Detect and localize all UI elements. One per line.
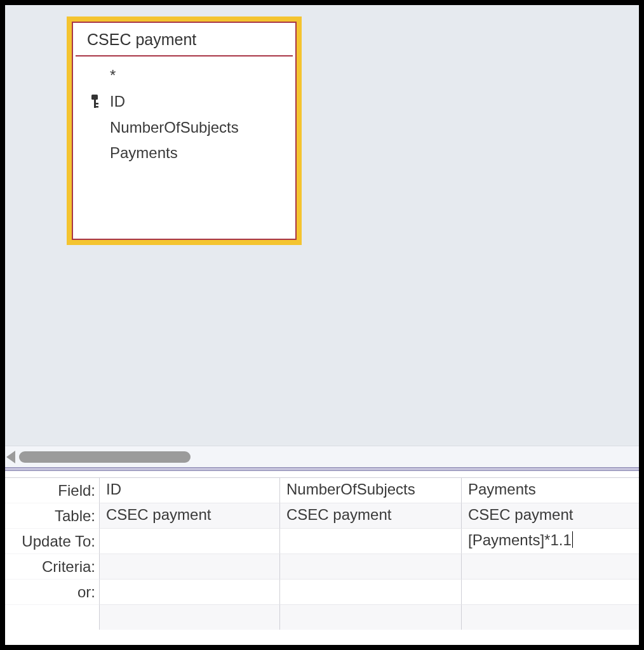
grid-column-1: NumberOfSubjects CSEC payment: [279, 471, 461, 645]
grid-column-0: ID CSEC payment: [99, 471, 279, 645]
cell-table[interactable]: CSEC payment: [461, 503, 639, 528]
cell-update-to[interactable]: [Payments]*1.1: [461, 528, 639, 554]
svg-rect-3: [96, 106, 98, 108]
cell-or[interactable]: [461, 579, 639, 604]
cell-field[interactable]: ID: [99, 477, 279, 503]
cell-update-to[interactable]: [279, 528, 461, 554]
row-header-or: or:: [5, 579, 99, 604]
primary-key-icon: [90, 94, 101, 109]
cell-or[interactable]: [279, 579, 461, 604]
scroll-thumb[interactable]: [19, 451, 191, 463]
cell-blank[interactable]: [279, 604, 461, 630]
cell-blank[interactable]: [461, 604, 639, 630]
field-numberofsubjects[interactable]: NumberOfSubjects: [90, 115, 285, 141]
cell-criteria[interactable]: [279, 554, 461, 579]
design-surface[interactable]: CSEC payment * ID: [5, 5, 639, 467]
grid-row-headers: Field: Table: Update To: Criteria: or:: [5, 471, 99, 645]
scroll-left-icon[interactable]: [6, 451, 15, 463]
cell-criteria[interactable]: [461, 554, 639, 579]
table-object-csec-payment[interactable]: CSEC payment * ID: [67, 17, 302, 245]
cell-criteria[interactable]: [99, 554, 279, 579]
field-label: ID: [110, 89, 125, 115]
row-header-criteria: Criteria:: [5, 554, 99, 579]
cell-field[interactable]: NumberOfSubjects: [279, 477, 461, 503]
field-list: * ID NumberOfSubjects: [72, 56, 297, 166]
row-header-field: Field:: [5, 477, 99, 503]
cell-or[interactable]: [99, 579, 279, 604]
cell-update-to[interactable]: [99, 528, 279, 554]
cell-text: [Payments]*1.1: [468, 531, 572, 548]
field-star[interactable]: *: [90, 63, 285, 89]
cell-table[interactable]: CSEC payment: [279, 503, 461, 528]
cell-blank[interactable]: [99, 604, 279, 630]
cell-table[interactable]: CSEC payment: [99, 503, 279, 528]
field-label: *: [110, 63, 116, 89]
svg-rect-0: [91, 95, 98, 100]
grid-columns: ID CSEC payment NumberOfSubjects CSEC pa…: [99, 471, 639, 645]
text-caret-icon: [572, 531, 574, 548]
table-title: CSEC payment: [76, 22, 293, 56]
field-id[interactable]: ID: [90, 89, 285, 115]
row-header-update-to: Update To:: [5, 528, 99, 554]
row-header-table: Table:: [5, 503, 99, 528]
svg-rect-1: [94, 100, 96, 108]
grid-column-2: Payments CSEC payment [Payments]*1.1: [461, 471, 639, 645]
field-label: NumberOfSubjects: [110, 115, 239, 141]
field-label: Payments: [110, 140, 178, 166]
row-header-blank: [5, 604, 99, 630]
query-design-view: CSEC payment * ID: [0, 0, 644, 650]
svg-rect-2: [96, 103, 98, 105]
cell-field[interactable]: Payments: [461, 477, 639, 503]
qbe-grid: Field: Table: Update To: Criteria: or: I…: [5, 471, 639, 645]
field-payments[interactable]: Payments: [90, 140, 285, 166]
horizontal-scrollbar[interactable]: [5, 446, 639, 467]
